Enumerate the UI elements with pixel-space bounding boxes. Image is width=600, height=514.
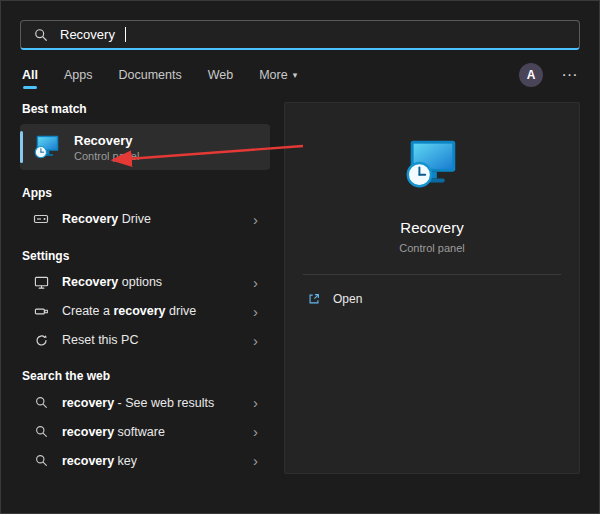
search-area: Recovery [0,0,600,50]
tab-apps[interactable]: Apps [64,68,93,82]
best-match-title: Recovery [74,133,139,148]
result-recovery-drive[interactable]: Recovery Drive › [20,206,270,233]
chevron-right-icon[interactable]: › [253,275,258,290]
search-icon [32,454,50,467]
chevron-right-icon[interactable]: › [253,395,258,410]
best-match-subtitle: Control panel [74,150,139,162]
preview-subtitle: Control panel [399,242,464,254]
chevron-right-icon[interactable]: › [253,424,258,439]
drive-icon [32,211,50,227]
results-area: Best match Recovery Control panel Apps [0,88,600,488]
best-match-result-recovery[interactable]: Recovery Control panel [20,124,270,170]
search-icon [32,28,50,42]
result-label: Recovery options [62,275,162,289]
tab-web[interactable]: Web [208,68,233,82]
preview-panel: Recovery Control panel Open [284,102,580,474]
options-menu-icon[interactable]: … [561,66,578,84]
result-recovery-options[interactable]: Recovery options › [20,269,270,296]
preview-title: Recovery [400,219,463,236]
chevron-right-icon[interactable]: › [253,453,258,468]
result-label: recovery - See web results [62,396,214,410]
open-action[interactable]: Open [299,285,565,313]
search-input[interactable]: Recovery [20,20,580,50]
chevron-right-icon[interactable]: › [253,304,258,319]
tab-documents[interactable]: Documents [118,68,181,82]
result-label: recovery software [62,425,165,439]
result-create-recovery-drive[interactable]: Create a recovery drive › [20,298,270,325]
usb-drive-icon [32,304,50,319]
recovery-control-panel-icon [32,132,62,162]
open-action-label: Open [333,292,362,306]
search-filter-tabs: All Apps Documents Web More ▾ A … [0,62,600,88]
result-label: Create a recovery drive [62,304,196,318]
result-label: Recovery Drive [62,212,151,226]
preview-actions: Open [285,275,579,323]
result-web-recovery[interactable]: recovery - See web results › [20,389,270,416]
open-launch-icon [305,292,323,306]
result-web-recovery-software[interactable]: recovery software › [20,418,270,445]
section-heading-web: Search the web [22,369,270,383]
tabs-right-group: A … [519,63,578,87]
search-icon [32,396,50,409]
chevron-right-icon[interactable]: › [253,212,258,227]
results-list: Best match Recovery Control panel Apps [20,88,270,474]
section-heading-apps: Apps [22,186,270,200]
result-label: Reset this PC [62,333,138,347]
result-web-recovery-key[interactable]: recovery key › [20,447,270,474]
recovery-control-panel-icon [401,133,463,199]
reset-circular-arrow-icon [32,333,50,348]
search-icon [32,425,50,438]
tab-more[interactable]: More ▾ [259,68,297,82]
chevron-right-icon[interactable]: › [253,333,258,348]
chevron-down-icon: ▾ [293,70,298,80]
result-label: recovery key [62,454,137,468]
windows-search-flyout: { "search": { "value": "Recovery" }, "ta… [0,0,600,514]
user-avatar[interactable]: A [519,63,543,87]
section-heading-best-match: Best match [22,102,270,116]
result-reset-this-pc[interactable]: Reset this PC › [20,327,270,354]
tab-more-label: More [259,68,287,82]
text-caret [125,27,126,42]
best-match-text: Recovery Control panel [74,133,139,162]
tab-all[interactable]: All [22,68,38,82]
section-heading-settings: Settings [22,249,270,263]
search-query-text: Recovery [60,27,115,42]
monitor-settings-icon [32,275,50,290]
